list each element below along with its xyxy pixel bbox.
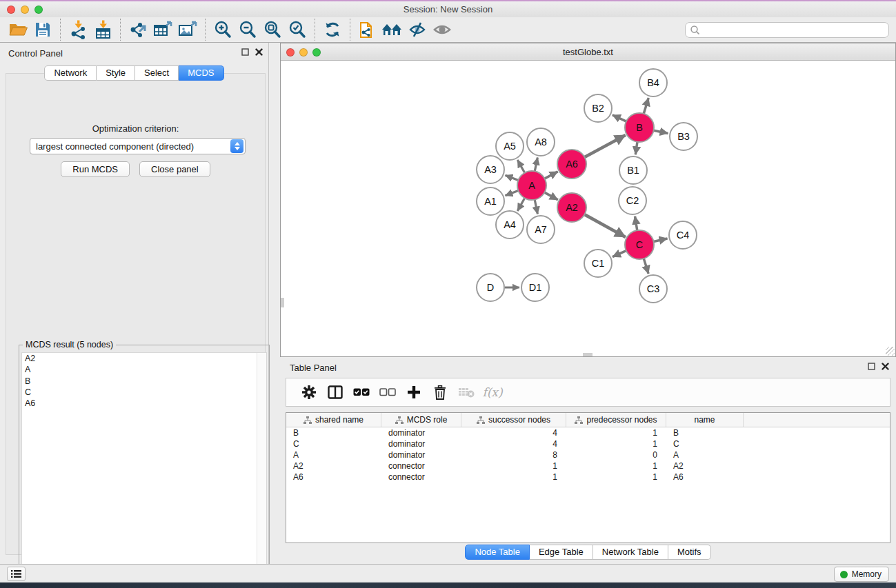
graph-node-B[interactable]: B [625, 113, 654, 142]
add-column-icon[interactable] [401, 382, 427, 403]
graph-edge-C-C2[interactable] [635, 216, 637, 231]
column-header-shared-name[interactable]: shared name [286, 413, 381, 427]
tab-edge-table[interactable]: Edge Table [530, 545, 593, 560]
save-session-icon[interactable] [30, 19, 55, 41]
vertical-scroll-thumb[interactable] [281, 298, 284, 307]
split-column-icon[interactable] [322, 382, 348, 403]
graph-node-A5[interactable]: A5 [496, 132, 524, 160]
graph-node-A[interactable]: A [517, 171, 546, 200]
export-network-icon[interactable] [126, 19, 150, 41]
mcds-result-item[interactable]: A [22, 364, 266, 375]
graph-node-B1[interactable]: B1 [619, 156, 647, 184]
run-mcds-button[interactable]: Run MCDS [61, 161, 130, 177]
optimization-select[interactable]: largest connected component (directed) [30, 138, 246, 154]
export-table-icon[interactable] [150, 19, 175, 41]
settings-gear-icon[interactable] [296, 382, 322, 403]
column-header-MCDS-role[interactable]: MCDS role [381, 413, 461, 427]
task-history-button[interactable] [7, 567, 26, 581]
column-header-predecessor-nodes[interactable]: predecessor nodes [566, 413, 666, 427]
tab-network[interactable]: Network [44, 65, 97, 81]
refresh-icon[interactable] [320, 19, 345, 41]
graph-edge-A-A3[interactable] [505, 175, 518, 180]
graph-edge-A-A5[interactable] [517, 160, 524, 173]
close-table-panel-icon[interactable] [882, 363, 889, 370]
graph-node-A3[interactable]: A3 [477, 156, 504, 183]
graph-node-D1[interactable]: D1 [521, 274, 549, 301]
graph-edge-A-A8[interactable] [535, 158, 537, 172]
graph-node-C2[interactable]: C2 [619, 187, 646, 214]
graph-edge-C-C3[interactable] [644, 258, 648, 274]
graph-edge-B-B2[interactable] [613, 115, 626, 121]
graph-node-B2[interactable]: B2 [584, 94, 612, 122]
graph-edge-A-A2[interactable] [544, 192, 557, 200]
search-input[interactable] [701, 24, 888, 37]
graph-node-A4[interactable]: A4 [496, 211, 524, 239]
graph-node-D[interactable]: D [477, 274, 504, 301]
graph-edge-A-A6[interactable] [545, 172, 558, 179]
float-panel-icon[interactable] [241, 48, 249, 56]
delete-column-icon[interactable] [427, 382, 453, 403]
close-panel-button[interactable]: Close panel [139, 161, 210, 177]
graph-edge-A-A7[interactable] [535, 200, 537, 214]
tab-network-table[interactable]: Network Table [593, 545, 668, 560]
select-all-icon[interactable] [348, 382, 375, 403]
tab-mcds[interactable]: MCDS [179, 65, 223, 81]
graph-edge-B-B3[interactable] [654, 130, 668, 133]
export-image-icon[interactable] [175, 19, 200, 41]
home-icon[interactable] [380, 19, 405, 41]
import-network-icon[interactable] [66, 19, 90, 41]
graph-node-B3[interactable]: B3 [670, 123, 697, 150]
mcds-result-item[interactable]: A6 [22, 398, 266, 409]
graph-edge-B-B1[interactable] [635, 142, 637, 154]
column-header-name[interactable]: name [666, 413, 744, 427]
graph-edge-C-C4[interactable] [653, 239, 667, 241]
resize-grip[interactable] [886, 347, 895, 356]
graph-node-C3[interactable]: C3 [639, 275, 667, 303]
tab-motifs[interactable]: Motifs [668, 545, 711, 560]
open-session-icon[interactable] [6, 19, 30, 41]
table-row[interactable]: Cdominator41C [286, 438, 890, 449]
graph-node-A2[interactable]: A2 [557, 193, 586, 222]
result-scrollbar[interactable] [257, 353, 266, 577]
graph-node-C1[interactable]: C1 [584, 250, 612, 277]
table-row[interactable]: A6connector11A6 [286, 472, 890, 483]
graph-node-A6[interactable]: A6 [557, 150, 586, 179]
zoom-in-icon[interactable] [210, 19, 235, 41]
network-canvas[interactable]: B4B2BB3A5A8A6B1A3AC2A1A2A4A7C4CC1C3DD1 [281, 61, 895, 356]
graph-edge-A-A1[interactable] [505, 191, 518, 196]
zoom-fit-icon[interactable] [260, 19, 285, 41]
table-row[interactable]: Adominator80A [286, 449, 890, 460]
mcds-result-list[interactable]: A2ABCA6 [21, 352, 267, 578]
hide-selection-icon[interactable] [405, 19, 430, 41]
column-header-successor-nodes[interactable]: successor nodes [461, 413, 566, 427]
graph-edge-A-A4[interactable] [517, 198, 524, 211]
graph-node-C[interactable]: C [625, 230, 654, 259]
float-table-panel-icon[interactable] [868, 363, 875, 370]
close-panel-icon[interactable] [255, 48, 263, 56]
search-field[interactable] [685, 22, 889, 38]
new-network-from-selection-icon[interactable] [355, 19, 380, 41]
mcds-result-item[interactable]: C [22, 387, 266, 398]
graph-node-A8[interactable]: A8 [527, 128, 555, 156]
table-row[interactable]: Bdominator41B [286, 427, 890, 438]
tab-node-table[interactable]: Node Table [465, 545, 530, 560]
network-window-titlebar[interactable]: testGlobe.txt [281, 43, 895, 61]
graph-node-A7[interactable]: A7 [527, 216, 555, 243]
zoom-out-icon[interactable] [235, 19, 260, 41]
graph-node-A1[interactable]: A1 [477, 187, 504, 215]
table-row[interactable]: A2connector11A2 [286, 460, 890, 472]
mcds-result-item[interactable]: B [22, 376, 266, 387]
zoom-selected-icon[interactable] [285, 19, 310, 41]
graph-edge-B-B4[interactable] [644, 98, 648, 114]
node-table[interactable]: shared nameMCDS rolesuccessor nodesprede… [286, 412, 890, 543]
import-table-icon[interactable] [90, 19, 115, 41]
graph-edge-C-C1[interactable] [613, 251, 626, 257]
memory-button[interactable]: Memory [834, 567, 889, 582]
graph-edge-A6-B[interactable] [584, 135, 625, 157]
tab-style[interactable]: Style [97, 65, 135, 81]
mcds-result-item[interactable]: A2 [22, 353, 266, 364]
horizontal-scroll-thumb[interactable] [583, 353, 593, 356]
deselect-all-icon[interactable] [375, 382, 401, 403]
tab-select[interactable]: Select [135, 65, 179, 81]
network-graph[interactable]: B4B2BB3A5A8A6B1A3AC2A1A2A4A7C4CC1C3DD1 [281, 61, 895, 356]
